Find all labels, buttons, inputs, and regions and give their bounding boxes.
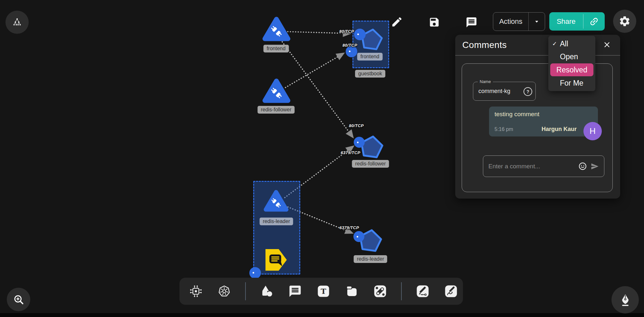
filter-option-label: Resolved [556,66,587,74]
filter-option-resolved[interactable]: Resolved [550,63,593,76]
actions-menu-button[interactable] [529,13,545,31]
edge-label: 80/TCP [339,29,354,34]
filter-option-label: For Me [560,79,583,88]
comment-icon [288,284,302,298]
comment-time: 5:16 pm [495,126,513,132]
edge-label: 80/TCP [349,123,364,128]
avatar: H [583,122,602,140]
kubernetes-tool-button[interactable] [217,284,232,299]
comment-input[interactable] [483,156,579,177]
canvas[interactable]: frontend redis-follower frontend guestbo… [0,0,644,317]
service-triangle-icon [262,77,291,104]
filter-option-open[interactable]: Open [548,50,595,63]
gear-icon [619,15,631,27]
chip-icon [189,284,203,298]
shapes-tool-button[interactable] [259,284,274,299]
service-triangle-icon [263,189,289,213]
save-icon [428,16,440,28]
service-triangle-icon [262,15,291,42]
draw-mode-button[interactable] [611,286,639,313]
shapes-icon [260,284,274,298]
node-label: redis-leader [354,255,387,263]
layout-tree-button[interactable] [5,11,29,34]
svg-text:T: T [321,287,326,295]
text-icon: T [317,284,330,298]
infrastructure-tool-button[interactable] [188,284,203,299]
chevron-down-icon [533,18,540,25]
emoji-button[interactable] [578,162,587,172]
edge-label: 6379/TCP [340,225,359,230]
node-label: frontend [357,53,383,61]
frame-tool-button[interactable] [344,284,359,299]
connector-icon [373,284,387,298]
zoom-in-icon [13,294,24,305]
bottom-edge-strip [0,313,644,317]
link-icon [587,14,601,29]
check-icon: ✓ [552,40,560,47]
send-comment-button[interactable] [590,162,600,172]
node-label: frontend [264,45,289,52]
tools-toolbar: T [179,278,463,305]
pen-tool-icon [416,284,430,298]
comments-filter-menu: ✓ All Open Resolved For Me [548,36,595,91]
zoom-button[interactable] [7,288,30,311]
close-icon [603,41,611,49]
comment-text: testing comment [495,111,539,118]
comments-toggle-button[interactable] [466,16,477,28]
pen-nib-icon [619,294,632,306]
node-label: redis-leader [260,218,293,225]
comment-icon [466,16,477,28]
edge-label: 6379/TCP [341,150,360,155]
share-button[interactable]: Share [549,12,583,31]
filter-option-for-me[interactable]: For Me [548,77,595,89]
pencil-scribble-icon [444,284,458,298]
toolbar-divider [401,282,402,300]
node-label: redis-follower [257,106,294,114]
name-field[interactable]: Name ? [473,82,536,101]
port-redis-leader-group[interactable] [249,267,261,279]
hierarchy-icon [12,17,22,27]
share-split-button[interactable]: Share [549,12,605,31]
node-service-frontend[interactable] [262,15,291,44]
connector-tool-button[interactable] [373,284,388,299]
comment-marker-icon [264,247,288,272]
filter-option-label: All [560,40,568,48]
filter-option-all[interactable]: ✓ All [548,37,595,50]
comment-tool-button[interactable] [288,284,303,299]
pencil-draw-tool-button[interactable] [444,284,458,299]
smiley-icon [578,162,587,171]
comment-composer [483,155,604,177]
comments-panel: Comments Name ? testing comment 5:16 pm … [455,35,620,199]
port-frontend-80[interactable] [354,29,366,40]
name-input[interactable] [473,82,523,100]
node-pod-redis-follower[interactable] [358,133,385,162]
toolbar-divider [245,282,246,300]
node-service-redis-follower[interactable] [262,77,291,106]
pencil-icon [391,16,403,28]
frame-icon [345,284,359,298]
save-button[interactable] [428,16,440,28]
pen-tool-button[interactable] [415,284,430,299]
node-service-redis-leader[interactable] [263,189,289,214]
node-label: redis-follower [352,160,389,168]
comments-panel-header: Comments [455,35,620,56]
help-icon[interactable]: ? [524,87,532,96]
actions-split-button[interactable]: Actions [493,12,545,31]
actions-button[interactable]: Actions [493,13,528,31]
text-tool-button[interactable]: T [316,284,331,299]
comment-author: Hargun Kaur [542,126,577,133]
comment-bubble[interactable]: testing comment 5:16 pm Hargun Kaur [489,107,598,136]
edit-button[interactable] [391,16,403,28]
copy-link-button[interactable] [583,12,605,31]
port-redis-follower-6379[interactable] [354,137,365,148]
send-icon [590,162,600,171]
panel-title: Comments [462,40,507,50]
close-panel-button[interactable] [603,41,611,49]
edge-label: 80/TCP [342,43,357,48]
settings-button[interactable] [613,10,636,33]
kubernetes-icon [217,284,232,299]
group-label: guestbook [355,70,385,78]
port-redis-leader-6379[interactable] [353,231,364,242]
comment-marker[interactable] [264,247,288,273]
filter-option-label: Open [560,52,578,61]
